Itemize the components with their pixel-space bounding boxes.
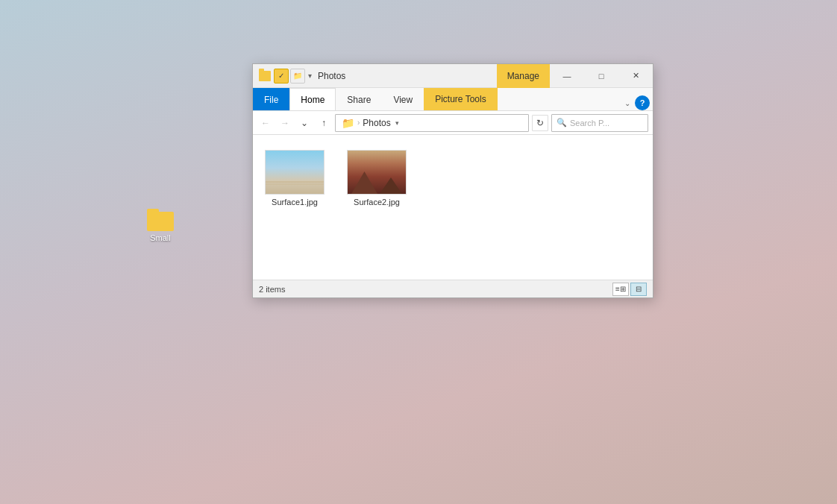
folder-icon-image: [147, 209, 174, 231]
quick-access-dropdown[interactable]: ▾: [307, 72, 313, 80]
minimize-button[interactable]: —: [550, 64, 584, 88]
address-folder-icon: 📁: [342, 117, 354, 129]
ribbon-help-icon[interactable]: ?: [635, 95, 650, 110]
address-bar: ← → ⌄ ↑ 📁 › Photos ▾ ↻ 🔍 Search P...: [253, 111, 653, 135]
file-item-surface2[interactable]: Surface2.jpg: [347, 147, 407, 210]
title-bar: ✓ 📁 ▾ Photos Manage — □ ✕: [253, 64, 653, 88]
tab-home[interactable]: Home: [289, 88, 336, 110]
up-button[interactable]: ↑: [316, 115, 332, 131]
maximize-button[interactable]: □: [584, 64, 618, 88]
tiles-view-button[interactable]: ⊟: [630, 283, 647, 296]
address-path-box[interactable]: 📁 › Photos ▾: [335, 114, 529, 132]
search-box[interactable]: 🔍 Search P...: [551, 114, 648, 132]
quick-access-btn2[interactable]: 📁: [290, 69, 305, 84]
desktop-icon-label: Small: [150, 233, 171, 242]
manage-button[interactable]: Manage: [497, 64, 550, 88]
content-area: Surface1.jpg Surface2.jpg: [253, 135, 653, 280]
address-dropdown-icon[interactable]: ▾: [395, 119, 399, 127]
address-path-text: Photos: [363, 118, 390, 128]
thumbnail-image-surface1: [266, 151, 324, 194]
tab-view[interactable]: View: [382, 88, 424, 110]
thumbnail-image-surface2: [348, 151, 406, 194]
view-toggle-buttons: ≡⊞ ⊟: [612, 283, 647, 296]
recent-locations-button[interactable]: ⌄: [296, 115, 313, 131]
ribbon-chevron-icon[interactable]: ⌄: [620, 95, 635, 110]
item-count-label: 2 items: [259, 285, 285, 294]
ribbon-tabs: File Home Share View Picture Tools ⌄ ?: [253, 88, 653, 110]
file-thumbnail-surface1: [265, 150, 325, 195]
tab-picture-tools[interactable]: Picture Tools: [424, 88, 497, 110]
files-grid: Surface1.jpg Surface2.jpg: [265, 147, 641, 210]
file-thumbnail-surface2: [347, 150, 407, 195]
ribbon-right-controls: ⌄ ?: [620, 95, 653, 110]
quick-access-btn[interactable]: ✓: [274, 69, 289, 84]
file-item-surface1[interactable]: Surface1.jpg: [265, 147, 325, 210]
title-folder-icon: [259, 71, 271, 81]
close-button[interactable]: ✕: [618, 64, 653, 88]
tab-file[interactable]: File: [253, 88, 289, 110]
forward-button[interactable]: →: [277, 115, 293, 131]
desktop-folder-icon[interactable]: Small: [138, 209, 183, 242]
explorer-window: ✓ 📁 ▾ Photos Manage — □ ✕ File Home Shar…: [252, 63, 653, 298]
address-separator: ›: [357, 119, 360, 127]
back-button[interactable]: ←: [257, 115, 274, 131]
details-view-button[interactable]: ≡⊞: [612, 283, 629, 296]
status-bar: 2 items ≡⊞ ⊟: [253, 280, 653, 297]
search-placeholder-text: Search P...: [570, 119, 643, 127]
refresh-button[interactable]: ↻: [532, 115, 548, 131]
file-name-surface2: Surface2.jpg: [354, 198, 400, 207]
file-name-surface1: Surface1.jpg: [272, 198, 318, 207]
window-title: Photos: [318, 71, 345, 81]
title-bar-left: ✓ 📁 ▾ Photos: [253, 69, 497, 84]
title-bar-controls: — □ ✕: [550, 64, 653, 87]
search-icon: 🔍: [557, 118, 567, 127]
tab-share[interactable]: Share: [336, 88, 382, 110]
ribbon: File Home Share View Picture Tools ⌄ ?: [253, 88, 653, 111]
